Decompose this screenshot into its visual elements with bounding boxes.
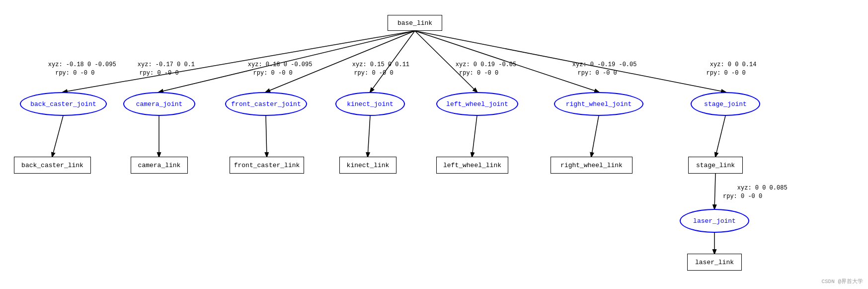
edge-label-camera-joint: xyz: -0.17 0 0.1 rpy: 0 -0 0 (123, 52, 195, 86)
svg-line-7 (52, 116, 63, 157)
node-back-caster-joint: back_caster_joint (20, 92, 107, 116)
edge-label-back-caster-joint: xyz: -0.18 0 -0.095 rpy: 0 -0 0 (34, 52, 116, 86)
svg-line-9 (266, 116, 267, 157)
node-left-wheel-link: left_wheel_link (436, 157, 508, 174)
svg-line-12 (591, 116, 599, 157)
edge-label-left-wheel-joint: xyz: 0 0.19 -0.05 rpy: 0 -0 0 (441, 52, 516, 86)
node-camera-link: camera_link (131, 157, 188, 174)
node-back-caster-link: back_caster_link (14, 157, 91, 174)
node-kinect-link: kinect_link (339, 157, 396, 174)
node-kinect-joint: kinect_joint (335, 92, 405, 116)
node-right-wheel-link: right_wheel_link (551, 157, 632, 174)
watermark: CSDN @界首大学 (821, 278, 863, 285)
node-stage-joint: stage_joint (691, 92, 760, 116)
node-front-caster-link: front_caster_link (230, 157, 304, 174)
edge-label-front-caster-joint: xyz: 0.18 0 -0.095 rpy: 0 -0 0 (234, 52, 312, 86)
diagram: base_link back_caster_joint camera_joint… (0, 0, 868, 289)
edge-label-kinect-joint: xyz: 0.15 0 0.11 rpy: 0 -0 0 (338, 52, 409, 86)
node-laser-link: laser_link (687, 254, 742, 271)
node-front-caster-joint: front_caster_joint (225, 92, 307, 116)
svg-line-13 (715, 116, 725, 157)
node-camera-joint: camera_joint (123, 92, 195, 116)
node-laser-joint: laser_joint (680, 209, 749, 233)
edge-label-right-wheel-joint: xyz: 0 -0.19 -0.05 rpy: 0 -0 0 (558, 52, 636, 86)
svg-line-10 (368, 116, 370, 157)
edge-label-stage-joint: xyz: 0 0 0.14 rpy: 0 -0 0 (696, 52, 756, 86)
svg-line-14 (714, 174, 715, 209)
edge-label-laser-joint: xyz: 0 0 0.085 rpy: 0 -0 0 (723, 176, 788, 209)
edges-svg (0, 0, 868, 289)
node-stage-link: stage_link (688, 157, 743, 174)
node-base-link: base_link (388, 15, 442, 31)
node-right-wheel-joint: right_wheel_joint (554, 92, 643, 116)
node-left-wheel-joint: left_wheel_joint (436, 92, 518, 116)
svg-line-11 (472, 116, 477, 157)
